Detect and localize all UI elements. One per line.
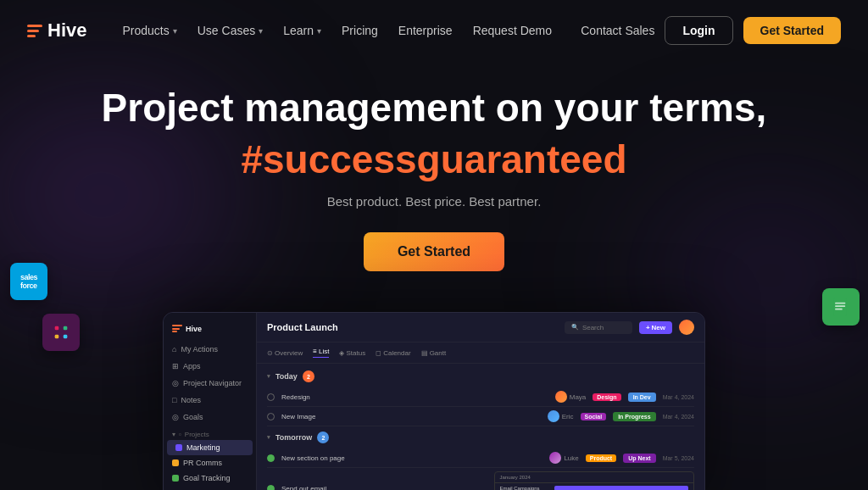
- nav-right: Contact Sales Login Get Started: [581, 16, 841, 45]
- hero-title: Project management on your terms,: [17, 86, 851, 130]
- status-badge-inprog: In Progress: [613, 412, 656, 421]
- get-started-hero-button[interactable]: Get Started: [364, 232, 504, 271]
- section-tomorrow: ▾ Tomorrow 2: [267, 432, 694, 443]
- contact-sales-link[interactable]: Contact Sales: [581, 24, 654, 37]
- collapse-icon: ▾: [267, 434, 270, 441]
- app-header: Product Launch 🔍 Search + New: [257, 313, 704, 342]
- app-tabs: ⊙ Overview ≡ List ◈ Status ◻ Calendar ▤: [257, 342, 704, 364]
- task-checkbox-done[interactable]: [267, 454, 275, 462]
- nav-enterprise[interactable]: Enterprise: [390, 19, 461, 42]
- task-assignee: Maya: [555, 391, 587, 403]
- chevron-down-icon: ▾: [317, 26, 321, 36]
- login-button[interactable]: Login: [665, 16, 732, 45]
- plus-icon: +: [646, 324, 650, 331]
- hero-section: Project management on your terms, #succe…: [0, 61, 868, 288]
- sidebar-project-pr-comms[interactable]: PR Comms: [164, 455, 256, 471]
- nav-request-demo[interactable]: Request Demo: [465, 19, 560, 42]
- folder-icon: ▫: [179, 431, 181, 438]
- section-today: ▾ Today 2: [267, 370, 694, 382]
- tag-social: Social: [581, 413, 607, 420]
- project-color-dot: [172, 459, 179, 466]
- sidebar-item-apps[interactable]: ⊞ Apps: [164, 358, 256, 375]
- svg-rect-0: [55, 326, 59, 331]
- sidebar-project-marketing[interactable]: Marketing: [167, 440, 253, 455]
- task-row: New Image Eric Social In Progress Mar 4,…: [267, 407, 694, 426]
- task-name: New Image: [281, 413, 541, 420]
- new-button[interactable]: + New: [639, 321, 672, 334]
- tab-list[interactable]: ≡ List: [313, 348, 329, 358]
- project-color-dot: [172, 475, 179, 482]
- goals-icon: ◎: [172, 413, 179, 421]
- gantt-mini-preview: January 2024 Email Campaigns: [494, 471, 695, 490]
- hero-subtitle: #successguaranteed: [17, 136, 851, 182]
- tag-design: Design: [593, 393, 620, 401]
- grid-icon: ⊞: [172, 362, 179, 370]
- app-sidebar: Hive ⌂ My Actions ⊞ Apps ◎ Project Navig…: [164, 313, 257, 490]
- svg-rect-3: [64, 335, 68, 339]
- get-started-nav-button[interactable]: Get Started: [743, 17, 841, 44]
- status-badge-indev: In Dev: [628, 393, 656, 402]
- salesforce-icon: salesforce: [10, 263, 47, 300]
- task-row: Send out email January 2024 Email Campai…: [267, 468, 694, 490]
- chevron-down-icon: ▾: [259, 26, 263, 36]
- chevron-icon: ▾: [172, 431, 175, 438]
- tomorrow-count: 2: [317, 432, 329, 443]
- compass-icon: ◎: [172, 379, 179, 387]
- search-bar[interactable]: 🔍 Search: [565, 321, 632, 334]
- nav-links: Products ▾ Use Cases ▾ Learn ▾ Pricing E…: [114, 19, 581, 42]
- tab-status[interactable]: ◈ Status: [339, 348, 365, 358]
- task-checkbox[interactable]: [267, 413, 275, 420]
- list-icon: ≡: [313, 348, 317, 355]
- sidebar-item-goals[interactable]: ◎ Goals: [164, 409, 256, 426]
- task-checkbox[interactable]: [267, 393, 275, 401]
- tag-product: Product: [586, 454, 616, 462]
- collapse-icon: ▾: [267, 373, 270, 380]
- task-name: Send out email: [281, 485, 481, 491]
- app-content: ▾ Today 2 Redesign Maya Design In Dev Ma…: [257, 364, 704, 490]
- app-main: Product Launch 🔍 Search + New ⊙: [257, 313, 704, 490]
- overview-icon: ⊙: [267, 349, 273, 357]
- google-sheets-icon: [822, 288, 860, 326]
- nav-learn[interactable]: Learn ▾: [275, 19, 330, 42]
- task-assignee: Eric: [548, 410, 574, 422]
- user-avatar[interactable]: [679, 320, 694, 335]
- task-checkbox-done[interactable]: [267, 485, 275, 491]
- project-color-dot: [175, 444, 182, 451]
- task-name: Redesign: [281, 393, 548, 401]
- app-header-right: 🔍 Search + New: [565, 320, 694, 335]
- nav-pricing[interactable]: Pricing: [333, 19, 387, 42]
- assignee-avatar: [555, 391, 567, 403]
- sidebar-item-my-actions[interactable]: ⌂ My Actions: [164, 341, 256, 358]
- svg-rect-6: [835, 303, 845, 304]
- logo[interactable]: Hive: [27, 19, 86, 42]
- sidebar-item-project-navigator[interactable]: ◎ Project Navigator: [164, 375, 256, 392]
- sidebar-logo: Hive: [164, 321, 256, 341]
- gantt-header: January 2024: [495, 472, 694, 483]
- tab-gantt[interactable]: ▤ Gantt: [421, 348, 447, 358]
- tab-calendar[interactable]: ◻ Calendar: [376, 348, 410, 358]
- gantt-icon: ▤: [421, 349, 428, 357]
- home-icon: ⌂: [172, 345, 176, 354]
- task-row: Redesign Maya Design In Dev Mar 4, 2024: [267, 387, 694, 407]
- slack-icon: [42, 314, 80, 351]
- sidebar-project-goal-tracking[interactable]: Goal Tracking: [164, 471, 256, 486]
- navbar: Hive Products ▾ Use Cases ▾ Learn ▾ Pric…: [0, 0, 868, 61]
- sidebar-item-notes[interactable]: □ Notes: [164, 392, 256, 409]
- sidebar-section-projects: ▾ ▫ Projects: [164, 426, 256, 440]
- app-preview: Hive ⌂ My Actions ⊞ Apps ◎ Project Navig…: [163, 312, 705, 490]
- nav-use-cases[interactable]: Use Cases ▾: [189, 19, 271, 42]
- svg-rect-2: [55, 335, 59, 339]
- task-date: Mar 4, 2024: [663, 394, 694, 400]
- task-assignee: Luke: [549, 452, 578, 464]
- tab-overview[interactable]: ⊙ Overview: [267, 348, 303, 358]
- task-row: New section on page Luke Product Up Next…: [267, 448, 694, 468]
- nav-products[interactable]: Products ▾: [114, 19, 185, 42]
- task-date: Mar 4, 2024: [663, 414, 694, 420]
- gantt-bar: [554, 486, 689, 490]
- svg-rect-1: [64, 326, 68, 331]
- svg-rect-8: [835, 309, 843, 310]
- app-preview-container: Hive ⌂ My Actions ⊞ Apps ◎ Project Navig…: [163, 312, 705, 490]
- today-count: 2: [303, 370, 314, 382]
- status-badge-usnext: Up Next: [623, 454, 655, 463]
- assignee-avatar: [549, 452, 561, 464]
